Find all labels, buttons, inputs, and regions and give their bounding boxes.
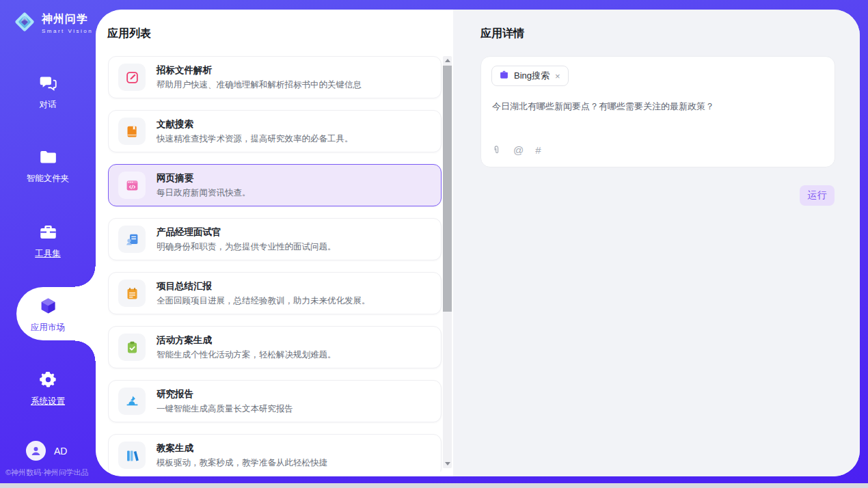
gear-icon — [39, 370, 57, 392]
scroll-up-button[interactable] — [443, 56, 452, 65]
brand-logo: 神州问学 Smart Vision — [12, 10, 93, 37]
briefcase-icon — [499, 70, 509, 83]
bump-curve-top — [75, 267, 96, 287]
triangle-up-icon — [445, 59, 450, 62]
app-list-scrollbar[interactable] — [443, 56, 452, 468]
app-card-lesson-plan[interactable]: 教案生成 模板驱动，教案秒成，教学准备从此轻松快捷 — [108, 434, 442, 472]
sidebar-item-chat[interactable]: 对话 — [0, 68, 96, 116]
gem-logo-icon — [12, 10, 37, 37]
tool-chip-bing-search[interactable]: Bing搜索 × — [491, 66, 569, 86]
books-icon — [118, 442, 146, 469]
tool-chip-label: Bing搜索 — [514, 70, 550, 82]
run-button[interactable]: 运行 — [800, 185, 835, 206]
sidebar-item-label: 系统设置 — [31, 396, 65, 407]
app-card-project-summary[interactable]: 项目总结汇报 全面回顾项目进展，总结经验教训，助力未来优化发展。 — [108, 272, 442, 314]
app-detail-title: 应用详情 — [480, 27, 524, 41]
app-description: 智能生成个性化活动方案，轻松解决规划难题。 — [157, 349, 336, 361]
app-list-panel: 应用列表 招标文件解析 帮助用户快速、准确地理解和解析招标书中的关键信息 — [96, 10, 453, 476]
prompt-card: Bing搜索 × 今日湖北有哪些新闻要点？有哪些需要关注的最新政策？ @ # — [480, 56, 835, 167]
app-title: 产品经理面试官 — [157, 226, 336, 239]
research-icon — [118, 388, 146, 415]
brand-name: 神州问学 — [42, 12, 93, 27]
app-title: 教案生成 — [157, 442, 327, 455]
copyright-footer: ©神州数码·神州问学出品 — [5, 467, 89, 478]
hash-icon[interactable]: # — [535, 144, 541, 156]
app-title: 活动方案生成 — [157, 334, 336, 347]
app-title: 研究报告 — [157, 388, 293, 401]
browser-code-icon — [118, 172, 146, 199]
sidebar-item-settings[interactable]: 系统设置 — [0, 365, 96, 413]
sidebar-item-label: 应用市场 — [31, 322, 65, 334]
bump-curve-bottom — [75, 340, 96, 361]
app-description: 帮助用户快速、准确地理解和解析招标书中的关键信息 — [157, 79, 362, 91]
sidebar: 神州问学 Smart Vision 对话 智能文件夹 — [0, 0, 96, 483]
input-toolbar: @ # — [491, 144, 541, 156]
app-card-research-report[interactable]: 研究报告 一键智能生成高质量长文本研究报告 — [108, 380, 442, 422]
app-title: 网页摘要 — [157, 172, 251, 185]
app-title: 招标文件解析 — [157, 64, 362, 77]
chat-icon — [39, 74, 57, 95]
avatar — [26, 441, 46, 461]
app-title: 项目总结汇报 — [157, 280, 370, 293]
triangle-down-icon — [445, 462, 450, 465]
app-list-scroll-area: 招标文件解析 帮助用户快速、准确地理解和解析招标书中的关键信息 文献搜索 — [108, 56, 443, 472]
user-account[interactable]: AD — [26, 441, 67, 461]
app-title: 文献搜索 — [157, 118, 353, 131]
brand-subtitle: Smart Vision — [42, 28, 93, 34]
app-description: 全面回顾项目进展，总结经验教训，助力未来优化发展。 — [157, 295, 370, 307]
app-description: 模板驱动，教案秒成，教学准备从此轻松快捷 — [157, 457, 327, 469]
notepad-icon — [118, 280, 146, 307]
app-card-bid-parsing[interactable]: 招标文件解析 帮助用户快速、准确地理解和解析招标书中的关键信息 — [108, 56, 442, 98]
sidebar-item-label: 对话 — [40, 99, 57, 111]
app-card-pm-interviewer[interactable]: 产品经理面试官 明确身份和职责，为您提供专业性的面试问题。 — [108, 218, 442, 260]
app-description: 明确身份和职责，为您提供专业性的面试问题。 — [157, 241, 336, 253]
cube-icon — [39, 297, 57, 318]
app-description: 快速精准查找学术资源，提高研究效率的必备工具。 — [157, 133, 353, 145]
toolbox-icon — [39, 223, 57, 244]
sidebar-item-app-market[interactable]: 应用市场 — [0, 291, 96, 339]
book-icon — [118, 118, 146, 145]
query-input-text[interactable]: 今日湖北有哪些新闻要点？有哪些需要关注的最新政策？ — [492, 100, 820, 113]
scroll-down-button[interactable] — [443, 459, 452, 468]
app-list-title: 应用列表 — [107, 27, 151, 41]
interview-icon — [118, 226, 146, 253]
content-area: 应用列表 招标文件解析 帮助用户快速、准确地理解和解析招标书中的关键信息 — [96, 10, 860, 476]
sidebar-item-label: 工具集 — [35, 248, 61, 260]
sidebar-item-toolset[interactable]: 工具集 — [0, 217, 96, 265]
clipboard-check-icon — [118, 334, 146, 361]
app-card-event-plan[interactable]: 活动方案生成 智能生成个性化活动方案，轻松解决规划难题。 — [108, 326, 442, 368]
folder-icon — [39, 148, 57, 169]
sidebar-item-smart-folder[interactable]: 智能文件夹 — [0, 142, 96, 190]
mention-icon[interactable]: @ — [513, 144, 524, 156]
paperclip-icon[interactable] — [491, 144, 502, 156]
scrollbar-thumb[interactable] — [443, 66, 452, 312]
chip-close-icon[interactable]: × — [554, 72, 561, 81]
app-card-literature-search[interactable]: 文献搜索 快速精准查找学术资源，提高研究效率的必备工具。 — [108, 110, 442, 152]
user-name: AD — [54, 446, 67, 457]
app-card-web-summary[interactable]: 网页摘要 每日政府新闻资讯快查。 — [108, 164, 442, 206]
app-shell: 神州问学 Smart Vision 对话 智能文件夹 — [0, 0, 868, 483]
edit-doc-icon — [118, 64, 146, 91]
app-description: 每日政府新闻资讯快查。 — [157, 187, 251, 199]
app-detail-panel: 应用详情 Bing搜索 × 今日湖北有哪些新闻要点？有哪些需要关注的最新政策？ — [453, 10, 860, 476]
app-description: 一键智能生成高质量长文本研究报告 — [157, 403, 293, 415]
sidebar-item-label: 智能文件夹 — [27, 173, 70, 185]
